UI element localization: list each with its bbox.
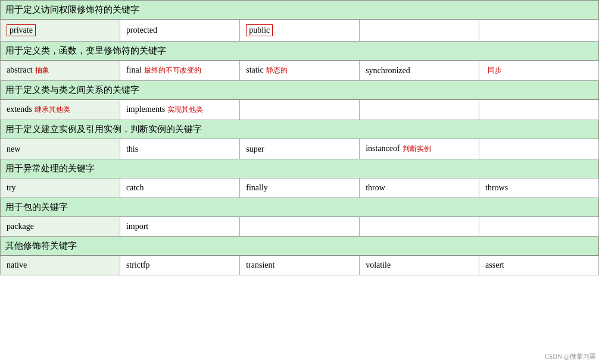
boxed-keyword: private <box>7 24 36 36</box>
cell-0-0-3 <box>360 20 479 42</box>
keyword: new <box>7 145 20 153</box>
keyword: super <box>246 145 264 153</box>
cell-3-0-1: this <box>120 139 239 159</box>
keyword: protected <box>126 26 157 34</box>
table-row: trycatchfinallythrowthrows <box>1 178 599 198</box>
annotation: 同步 <box>488 66 502 74</box>
cell-2-0-4 <box>479 100 599 120</box>
cell-2-0-0: extends继承其他类 <box>1 100 120 120</box>
cell-5-0-4 <box>479 217 599 237</box>
table-row: privateprotectedpublic <box>1 20 599 42</box>
keyword: synchronized <box>366 66 410 75</box>
cell-4-0-1: catch <box>120 178 239 198</box>
section-header-4: 用于异常处理的关键字 <box>1 159 599 178</box>
cell-5-0-0: package <box>1 217 120 237</box>
cell-1-0-1: final最终的不可改变的 <box>120 61 239 81</box>
cell-6-0-1: strictfp <box>120 256 239 275</box>
section-header-3: 用于定义建立实例及引用实例，判断实例的关键字 <box>1 120 599 139</box>
keyword: throw <box>366 183 385 192</box>
table-row: packageimport <box>1 217 599 237</box>
section-header-6: 其他修饰符关键字 <box>1 237 599 256</box>
cell-5-0-1: import <box>120 217 239 237</box>
keyword: throws <box>485 183 508 192</box>
cell-0-0-4 <box>479 20 599 42</box>
keyword: finally <box>246 183 268 192</box>
cell-4-0-2: finally <box>240 178 360 198</box>
keyword: implements <box>126 105 165 114</box>
keyword: final <box>126 65 142 74</box>
keyword: import <box>126 222 148 231</box>
annotation: 实现其他类 <box>167 105 203 114</box>
keyword: volatile <box>366 261 391 269</box>
keyword: package <box>7 222 34 231</box>
cell-1-0-0: abstract抽象 <box>1 61 120 81</box>
keyword: this <box>126 145 138 153</box>
cell-6-0-4: assert <box>479 256 599 275</box>
annotation: 最终的不可改变的 <box>144 66 201 74</box>
table-row: extends继承其他类implements实现其他类 <box>1 100 599 120</box>
keyword: assert <box>485 261 504 269</box>
keyword: transient <box>246 261 274 269</box>
cell-6-0-0: native <box>1 256 120 275</box>
keyword: extends <box>7 105 32 114</box>
table-row: nativestrictfptransientvolatileassert <box>1 256 599 275</box>
annotation: 继承其他类 <box>35 105 70 114</box>
annotation: 静态的 <box>266 66 288 74</box>
cell-2-0-2 <box>240 100 360 120</box>
cell-6-0-3: volatile <box>360 256 479 275</box>
cell-0-0-2: public <box>240 20 360 42</box>
boxed-keyword: public <box>246 24 273 36</box>
keyword: catch <box>126 183 144 192</box>
cell-4-0-4: throws <box>479 178 599 198</box>
table-row: newthissuperinstanceof判断实例 <box>1 139 599 159</box>
cell-3-0-3: instanceof判断实例 <box>360 139 479 159</box>
section-header-0: 用于定义访问权限修饰符的关键字 <box>1 1 599 20</box>
keyword: static <box>246 65 264 74</box>
cell-6-0-2: transient <box>240 256 360 275</box>
section-header-1: 用于定义类，函数，变里修饰符的关键字 <box>1 42 599 61</box>
keyword: abstract <box>7 65 33 74</box>
keyword: strictfp <box>126 261 150 269</box>
keyword: try <box>7 183 16 192</box>
cell-2-0-1: implements实现其他类 <box>120 100 239 120</box>
cell-1-0-3: synchronized <box>360 61 479 81</box>
keyword: instanceof <box>366 144 400 153</box>
cell-3-0-0: new <box>1 139 120 159</box>
cell-0-0-1: protected <box>120 20 239 42</box>
cell-1-0-2: static静态的 <box>240 61 360 81</box>
cell-5-0-3 <box>360 217 479 237</box>
annotation: 抽象 <box>35 66 49 74</box>
cell-5-0-2 <box>240 217 360 237</box>
main-table: 用于定义访问权限修饰符的关键字privateprotectedpublic用于定… <box>0 0 599 275</box>
annotation: 判断实例 <box>403 145 431 153</box>
section-header-5: 用于包的关键字 <box>1 198 599 217</box>
cell-0-0-0: private <box>1 20 120 42</box>
cell-2-0-3 <box>360 100 479 120</box>
section-header-2: 用于定义类与类之间关系的关键字 <box>1 81 599 100</box>
cell-4-0-0: try <box>1 178 120 198</box>
keyword: native <box>7 261 27 269</box>
cell-3-0-2: super <box>240 139 360 159</box>
cell-3-0-4 <box>479 139 599 159</box>
table-row: abstract抽象final最终的不可改变的static静态的synchron… <box>1 61 599 81</box>
cell-4-0-3: throw <box>360 178 479 198</box>
cell-1-0-4: 同步 <box>479 61 599 81</box>
